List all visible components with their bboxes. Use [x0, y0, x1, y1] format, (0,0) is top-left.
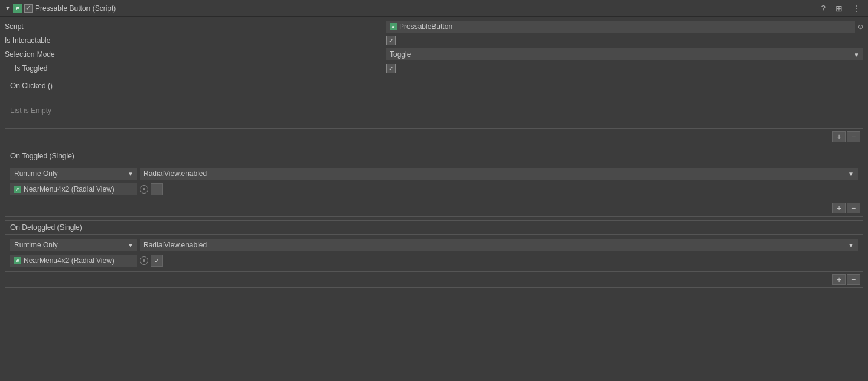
on-toggled-add-button[interactable]: +: [832, 203, 846, 213]
on-clicked-remove-button[interactable]: −: [847, 131, 860, 142]
header-left: ▼ # ✓ Pressable Button (Script): [5, 4, 816, 13]
on-toggled-section: On Toggled (Single) Runtime Only ▼ Radia…: [5, 149, 863, 217]
on-toggled-title: On Toggled (Single): [10, 152, 74, 160]
script-target-icon[interactable]: ⊙: [858, 23, 863, 31]
on-detoggled-function-text: RadialView.enabled: [143, 241, 848, 249]
component-header: ▼ # ✓ Pressable Button (Script) ? ⊞ ⋮: [0, 0, 868, 17]
on-toggled-function-dropdown[interactable]: RadialView.enabled ▼: [140, 168, 858, 180]
on-clicked-add-button[interactable]: +: [832, 131, 846, 142]
script-file-icon: #: [390, 23, 397, 30]
on-clicked-controls: + −: [5, 128, 863, 145]
on-toggled-object-icon: #: [14, 186, 21, 193]
is-toggled-checkbox[interactable]: ✓: [386, 63, 396, 73]
on-toggled-controls: + −: [5, 200, 863, 216]
on-detoggled-value-checkbox[interactable]: ✓: [151, 255, 163, 267]
selection-mode-dropdown[interactable]: Toggle ▼: [386, 48, 863, 60]
on-detoggled-target-dot: [143, 259, 145, 262]
on-toggled-runtime-arrow-icon: ▼: [128, 171, 134, 177]
is-toggled-checkmark: ✓: [388, 65, 394, 72]
on-clicked-title: On Clicked (): [10, 82, 53, 90]
component-body: Script # PressableButton ⊙ Is Interactab…: [0, 17, 868, 294]
on-detoggled-row-2: # NearMenu4x2 (Radial View) ✓: [5, 253, 863, 269]
on-clicked-body: List is Empty: [5, 93, 863, 128]
on-toggled-remove-button[interactable]: −: [847, 203, 860, 213]
selection-mode-field-row: Selection Mode Toggle ▼: [0, 47, 868, 62]
script-icon: #: [13, 4, 22, 13]
on-toggled-header: On Toggled (Single): [5, 149, 863, 163]
on-clicked-empty: List is Empty: [5, 96, 863, 126]
component-checkmark: ✓: [25, 5, 31, 11]
script-field-row: Script # PressableButton ⊙: [0, 19, 868, 34]
on-detoggled-add-button[interactable]: +: [832, 274, 846, 285]
on-clicked-header: On Clicked (): [5, 79, 863, 93]
on-detoggled-header: On Detoggled (Single): [5, 221, 863, 235]
on-detoggled-function-arrow-icon: ▼: [848, 242, 854, 249]
layout-button[interactable]: ⊞: [833, 2, 845, 15]
on-toggled-object-field[interactable]: # NearMenu4x2 (Radial View): [10, 183, 137, 195]
is-toggled-value: ✓: [386, 63, 863, 73]
is-interactable-field-row: Is Interactable ✓: [0, 34, 868, 47]
script-label: Script: [5, 22, 386, 31]
on-detoggled-remove-button[interactable]: −: [847, 274, 860, 285]
collapse-arrow-icon[interactable]: ▼: [5, 5, 11, 11]
on-detoggled-body: Runtime Only ▼ RadialView.enabled ▼ # Ne…: [5, 235, 863, 271]
help-button[interactable]: ?: [818, 2, 828, 15]
on-detoggled-runtime-arrow-icon: ▼: [128, 242, 134, 249]
on-toggled-value-checkbox[interactable]: [151, 183, 163, 195]
on-toggled-runtime-text: Runtime Only: [14, 169, 128, 178]
on-toggled-row-2: # NearMenu4x2 (Radial View): [5, 181, 863, 197]
is-toggled-label: Is Toggled: [5, 64, 386, 73]
on-detoggled-function-dropdown[interactable]: RadialView.enabled ▼: [140, 239, 858, 251]
selection-mode-label: Selection Mode: [5, 50, 386, 59]
script-name: PressableButton: [399, 22, 452, 31]
on-detoggled-target-icon[interactable]: [140, 256, 148, 265]
selection-mode-arrow-icon: ▼: [853, 51, 860, 58]
on-toggled-row-1: Runtime Only ▼ RadialView.enabled ▼: [5, 166, 863, 181]
on-detoggled-row-1: Runtime Only ▼ RadialView.enabled ▼: [5, 237, 863, 253]
on-detoggled-controls: + −: [5, 271, 863, 287]
header-right: ? ⊞ ⋮: [818, 2, 863, 15]
script-value: # PressableButton ⊙: [386, 21, 863, 33]
selection-mode-dropdown-text: Toggle: [390, 50, 853, 59]
is-interactable-checkmark: ✓: [388, 37, 394, 44]
on-toggled-body: Runtime Only ▼ RadialView.enabled ▼ # Ne…: [5, 163, 863, 200]
on-detoggled-runtime-dropdown[interactable]: Runtime Only ▼: [10, 239, 137, 251]
on-detoggled-object-icon: #: [14, 257, 21, 264]
on-detoggled-title: On Detoggled (Single): [10, 223, 82, 232]
script-dropdown[interactable]: # PressableButton: [386, 21, 855, 33]
on-detoggled-object-field[interactable]: # NearMenu4x2 (Radial View): [10, 255, 137, 267]
on-detoggled-object-name: NearMenu4x2 (Radial View): [24, 256, 114, 265]
component-title: Pressable Button (Script): [35, 4, 116, 13]
component-checkbox[interactable]: ✓: [24, 4, 33, 13]
selection-mode-value: Toggle ▼: [386, 48, 863, 60]
is-interactable-label: Is Interactable: [5, 36, 386, 45]
on-toggled-runtime-dropdown[interactable]: Runtime Only ▼: [10, 168, 137, 180]
on-toggled-function-text: RadialView.enabled: [143, 169, 848, 178]
on-toggled-target-icon[interactable]: [140, 185, 148, 194]
on-toggled-target-dot: [143, 188, 145, 190]
on-detoggled-checkmark: ✓: [154, 258, 160, 264]
menu-button[interactable]: ⋮: [850, 2, 863, 15]
on-toggled-function-arrow-icon: ▼: [848, 171, 854, 177]
on-detoggled-runtime-text: Runtime Only: [14, 241, 128, 249]
is-interactable-checkbox[interactable]: ✓: [386, 36, 396, 45]
is-interactable-value: ✓: [386, 36, 863, 45]
on-toggled-object-name: NearMenu4x2 (Radial View): [24, 185, 114, 194]
on-clicked-empty-text: List is Empty: [10, 106, 51, 115]
on-clicked-section: On Clicked () List is Empty + −: [5, 79, 863, 145]
is-toggled-field-row: Is Toggled ✓: [0, 62, 868, 75]
on-detoggled-section: On Detoggled (Single) Runtime Only ▼ Rad…: [5, 220, 863, 288]
